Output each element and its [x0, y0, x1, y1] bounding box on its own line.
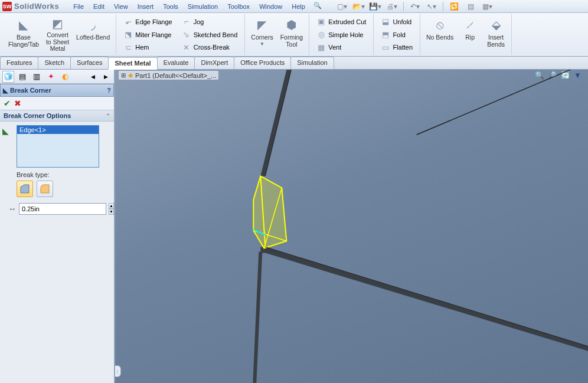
label: Unfold — [393, 18, 411, 25]
label: Jog — [194, 18, 204, 25]
spinner-down-icon[interactable]: ▼ — [109, 209, 114, 215]
panel-title: Break Corner — [10, 87, 51, 94]
cancel-icon[interactable]: ✖ — [14, 99, 21, 108]
flatten-button[interactable]: ▭Flatten — [378, 41, 415, 54]
lofted-bend-button[interactable]: ◞ Lofted-Bend — [73, 14, 113, 55]
break-corner-feature-icon: ◣ — [3, 87, 8, 94]
flatten-icon: ▭ — [381, 42, 390, 52]
open-doc-icon[interactable]: 📂▾ — [352, 1, 365, 12]
svg-line-12 — [254, 252, 260, 383]
base-flange-button[interactable]: ◣ Base Flange/Tab — [5, 14, 43, 55]
extruded-cut-icon: ▣ — [316, 17, 326, 27]
hem-button[interactable]: ⊂Hem — [121, 41, 174, 54]
tab-evaluate[interactable]: Evaluate — [157, 57, 195, 69]
section-body: ◣ Edge<1> Break type: ↔ ▲ ▼ — [0, 122, 114, 218]
extruded-cut-button[interactable]: ▣Extruded Cut — [314, 15, 368, 28]
command-tabs: Features Sketch Surfaces Sheet Metal Eva… — [0, 57, 588, 70]
tab-sheet-metal[interactable]: Sheet Metal — [108, 57, 157, 70]
rip-button[interactable]: ⟋ Rip — [457, 14, 483, 55]
ok-icon[interactable]: ✔ — [4, 99, 11, 108]
chamfer-type-button[interactable] — [17, 181, 33, 197]
section-title: Break Corner Options — [4, 112, 71, 119]
sketched-bend-button[interactable]: ⬂Sketched Bend — [179, 28, 240, 41]
tab-simulation[interactable]: Simulation — [290, 57, 334, 69]
label: Fold — [393, 31, 405, 38]
collapse-icon[interactable]: ⌃ — [106, 113, 110, 119]
simple-hole-icon: ◎ — [316, 30, 326, 40]
menu-help[interactable]: Help — [287, 2, 310, 11]
property-panel: 🧊 ▤ ▥ ✦ ◐ ◀ ▶ ◣ Break Corner ? ✔ ✖ Break… — [0, 70, 115, 383]
confirm-bar: ✔ ✖ — [0, 97, 114, 110]
feature-tree-icon[interactable]: 🧊 — [2, 71, 14, 83]
svg-line-11 — [265, 247, 588, 346]
label: Hem — [135, 44, 149, 51]
corners-button[interactable]: ◤ Corners ▼ — [247, 14, 276, 55]
no-bends-icon: ⦸ — [432, 17, 448, 33]
label: Vent — [328, 44, 341, 51]
fold-button[interactable]: ⬒Fold — [378, 28, 415, 41]
undo-icon[interactable]: ↶▾ — [409, 1, 422, 12]
menu-window[interactable]: Window — [254, 2, 287, 11]
cross-break-button[interactable]: ✕Cross-Break — [179, 41, 240, 54]
menu-view[interactable]: View — [109, 2, 133, 11]
fold-icon: ⬒ — [381, 30, 390, 40]
tab-features[interactable]: Features — [0, 57, 38, 69]
rebuild-icon[interactable]: 🔁 — [448, 1, 461, 12]
miter-flange-button[interactable]: ⬔Miter Flange — [121, 28, 174, 41]
configuration-icon[interactable]: ▥ — [31, 71, 43, 83]
menu-edit[interactable]: Edit — [89, 2, 109, 11]
label: Lofted-Bend — [76, 34, 110, 41]
base-flange-icon: ◣ — [15, 17, 32, 33]
section-header[interactable]: Break Corner Options ⌃ — [0, 110, 114, 122]
vent-button[interactable]: ▦Vent — [314, 41, 368, 54]
jog-button[interactable]: ⌐Jog — [179, 15, 240, 28]
panel-next-icon[interactable]: ▶ — [100, 71, 112, 83]
ribbon: ◣ Base Flange/Tab ◩ Convert to Sheet Met… — [0, 13, 588, 57]
tab-dimxpert[interactable]: DimXpert — [194, 57, 234, 69]
help-icon[interactable]: ? — [107, 87, 111, 94]
menu-tools[interactable]: Tools — [158, 2, 183, 11]
menu-toolbox[interactable]: Toolbox — [223, 2, 254, 11]
display-manager-icon[interactable]: ◐ — [59, 71, 71, 83]
panel-prev-icon[interactable]: ◀ — [87, 71, 99, 83]
tab-office-products[interactable]: Office Products — [234, 57, 291, 69]
new-doc-icon[interactable]: ▢▾ — [336, 1, 349, 12]
menu-file[interactable]: File — [68, 2, 89, 11]
viewport[interactable]: ⊞ ◆ Part1 (Default<<Default>_... 🔍 🔎 🔄 ▼ — [115, 70, 588, 383]
settings-icon[interactable]: ▦▾ — [481, 1, 494, 12]
edge-flange-button[interactable]: ⬐Edge Flange — [121, 15, 174, 28]
property-manager-icon[interactable]: ▤ — [17, 71, 28, 83]
save-icon[interactable]: 💾▾ — [369, 1, 382, 12]
dimxpert-tree-icon[interactable]: ✦ — [45, 71, 57, 83]
tab-sketch[interactable]: Sketch — [38, 57, 71, 69]
panel-tabs: 🧊 ▤ ▥ ✦ ◐ ◀ ▶ — [0, 70, 114, 84]
panel-header: ◣ Break Corner ? — [0, 84, 114, 97]
separator — [443, 2, 443, 11]
selection-filter-icon[interactable]: ◣ — [2, 126, 9, 136]
forming-tool-icon: ⬢ — [283, 17, 300, 33]
label: Rip — [465, 34, 475, 41]
simple-hole-button[interactable]: ◎Simple Hole — [314, 28, 368, 41]
options-icon[interactable]: ▤ — [465, 1, 478, 12]
convert-sheet-metal-button[interactable]: ◩ Convert to Sheet Metal — [43, 14, 73, 55]
tab-surfaces[interactable]: Surfaces — [70, 57, 109, 69]
distance-input[interactable] — [19, 203, 106, 215]
panel-resize-grip[interactable]: ⋮ — [115, 365, 121, 377]
edge-flange-icon: ⬐ — [123, 17, 133, 27]
forming-tool-button[interactable]: ⬢ Forming Tool — [277, 14, 307, 55]
menu-simulation[interactable]: Simulation — [183, 2, 223, 11]
insert-bends-button[interactable]: ⬙ Insert Bends — [483, 14, 509, 55]
spinner-up-icon[interactable]: ▲ — [109, 203, 114, 209]
menu-insert[interactable]: Insert — [133, 2, 159, 11]
fillet-type-button[interactable] — [37, 181, 53, 197]
select-icon[interactable]: ↖▾ — [425, 1, 438, 12]
label: Miter Flange — [135, 31, 171, 38]
print-icon[interactable]: 🖨▾ — [386, 1, 398, 12]
no-bends-button[interactable]: ⦸ No Bends — [423, 14, 457, 55]
selection-list[interactable]: Edge<1> — [17, 125, 99, 168]
unfold-button[interactable]: ⬓Unfold — [378, 15, 415, 28]
selection-item[interactable]: Edge<1> — [17, 126, 99, 134]
search-icon[interactable]: 🔍 — [313, 2, 322, 11]
svg-marker-3 — [260, 247, 588, 351]
hem-icon: ⊂ — [123, 42, 133, 52]
